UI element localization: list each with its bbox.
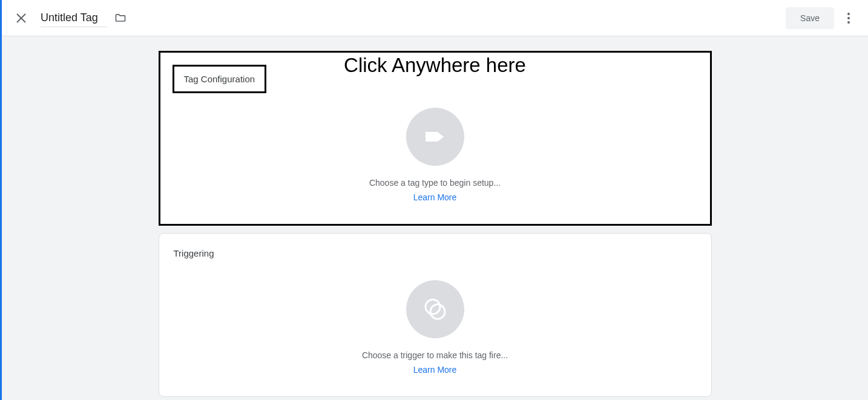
instructional-annotation: Click Anywhere here: [344, 54, 526, 77]
tag-icon: [406, 108, 464, 166]
save-button[interactable]: Save: [786, 7, 834, 29]
trigger-icon: [406, 280, 464, 338]
triggering-body: Choose a trigger to make this tag fire..…: [174, 280, 697, 375]
triggering-card[interactable]: Triggering Choose a trigger to make this…: [159, 233, 712, 397]
content-area: Tag Configuration Click Anywhere here Ch…: [2, 36, 868, 400]
tag-configuration-body: Choose a tag type to begin setup... Lear…: [175, 108, 695, 202]
triggering-hint: Choose a trigger to make this tag fire..…: [362, 350, 508, 360]
tag-configuration-learn-more-link[interactable]: Learn More: [413, 192, 457, 202]
header-bar: Save: [2, 0, 868, 36]
svg-point-2: [847, 13, 850, 15]
more-vert-icon[interactable]: [841, 11, 856, 25]
tag-configuration-hint: Choose a tag type to begin setup...: [369, 178, 501, 188]
triggering-learn-more-link[interactable]: Learn More: [413, 365, 457, 375]
tag-configuration-card[interactable]: Tag Configuration Click Anywhere here Ch…: [159, 51, 712, 226]
tag-title-input[interactable]: [41, 9, 107, 27]
close-icon[interactable]: [14, 11, 28, 25]
svg-point-4: [847, 21, 850, 24]
tag-configuration-title: Tag Configuration: [173, 65, 267, 93]
triggering-title: Triggering: [174, 248, 697, 258]
folder-icon[interactable]: [114, 12, 127, 24]
svg-point-3: [847, 17, 850, 19]
